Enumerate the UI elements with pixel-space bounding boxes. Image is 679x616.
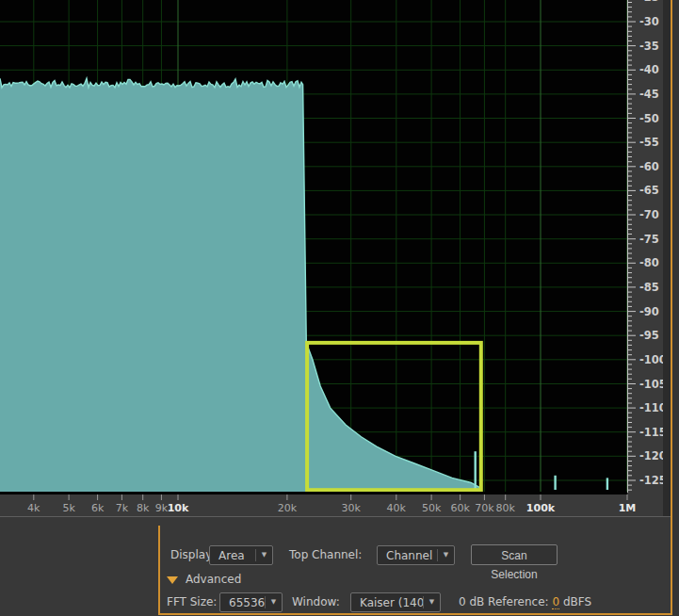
window-select[interactable]: Kaiser (140 dB) ▼ bbox=[350, 592, 441, 612]
db-ruler[interactable]: -25-30-35-40-45-50-55-60-65-70-75-80-85-… bbox=[627, 0, 663, 494]
svg-text:50k: 50k bbox=[422, 502, 442, 514]
svg-text:-115: -115 bbox=[639, 426, 663, 439]
display-select-value: Area bbox=[210, 549, 255, 562]
scan-selection-button[interactable]: Scan Selection bbox=[471, 544, 558, 565]
display-select[interactable]: Area ▼ bbox=[209, 545, 273, 565]
spectrum-spike bbox=[475, 451, 477, 490]
controls-row-advanced: Advanced bbox=[0, 572, 679, 587]
svg-text:-60: -60 bbox=[639, 160, 659, 173]
chevron-down-icon: ▼ bbox=[266, 593, 282, 611]
svg-text:-90: -90 bbox=[639, 305, 659, 318]
svg-text:-25: -25 bbox=[639, 0, 659, 4]
svg-text:-120: -120 bbox=[639, 449, 663, 462]
frequency-ruler-canvas: 4k5k6k7k8k9k10k20k30k40k50k60k70k80k100k… bbox=[0, 494, 663, 516]
svg-text:8k: 8k bbox=[137, 502, 150, 514]
db-reference-unit: dBFS bbox=[563, 595, 591, 608]
svg-text:60k: 60k bbox=[450, 502, 470, 514]
svg-text:-105: -105 bbox=[639, 378, 663, 391]
panel-focus-border-left bbox=[158, 526, 160, 614]
svg-text:100k: 100k bbox=[526, 502, 556, 514]
window-label: Window: bbox=[292, 592, 340, 612]
spectrum-spike bbox=[554, 476, 556, 490]
advanced-disclosure-triangle-icon[interactable] bbox=[167, 576, 178, 584]
svg-text:20k: 20k bbox=[278, 502, 298, 514]
svg-text:-55: -55 bbox=[639, 136, 659, 149]
svg-text:-100: -100 bbox=[639, 353, 663, 366]
svg-text:-35: -35 bbox=[639, 40, 659, 53]
svg-text:80k: 80k bbox=[496, 502, 516, 514]
svg-text:40k: 40k bbox=[387, 502, 407, 514]
db-reference-group: 0 dB Reference: 0 dBFS bbox=[459, 592, 591, 612]
chevron-down-icon: ▼ bbox=[438, 546, 454, 564]
svg-text:10k: 10k bbox=[168, 502, 189, 514]
spectrum-plot[interactable] bbox=[0, 0, 627, 494]
svg-text:30k: 30k bbox=[342, 502, 362, 514]
svg-text:-65: -65 bbox=[639, 184, 659, 197]
svg-text:-85: -85 bbox=[639, 281, 659, 294]
advanced-label[interactable]: Advanced bbox=[186, 572, 241, 587]
fft-size-label: FFT Size: bbox=[167, 592, 217, 612]
db-reference-value[interactable]: 0 bbox=[552, 595, 559, 609]
controls-row-2: FFT Size: 65536 ▼ Window: Kaiser (140 dB… bbox=[0, 592, 679, 612]
frequency-analysis-panel: -25-30-35-40-45-50-55-60-65-70-75-80-85-… bbox=[0, 0, 679, 616]
spectrum-area bbox=[0, 78, 480, 492]
spectrum-plot-canvas[interactable] bbox=[0, 0, 627, 492]
top-channel-select-value: Channel 1 bbox=[378, 549, 437, 562]
svg-text:-125: -125 bbox=[639, 474, 663, 487]
svg-text:70k: 70k bbox=[475, 502, 494, 514]
svg-text:-50: -50 bbox=[639, 112, 659, 125]
frequency-ruler[interactable]: 4k5k6k7k8k9k10k20k30k40k50k60k70k80k100k… bbox=[0, 494, 663, 516]
controls-row-1: Display: Area ▼ Top Channel: Channel 1 ▼… bbox=[0, 544, 679, 565]
spectrum-spike bbox=[606, 478, 608, 490]
svg-text:-40: -40 bbox=[639, 63, 659, 76]
svg-text:4k: 4k bbox=[27, 502, 40, 514]
db-reference-label: 0 dB Reference: bbox=[459, 595, 549, 608]
window-select-value: Kaiser (140 dB) bbox=[351, 596, 423, 609]
top-channel-label: Top Channel: bbox=[289, 544, 362, 565]
svg-text:1M: 1M bbox=[619, 502, 637, 514]
svg-text:-45: -45 bbox=[639, 88, 659, 101]
svg-text:7k: 7k bbox=[116, 502, 129, 514]
svg-text:6k: 6k bbox=[91, 502, 105, 514]
db-ruler-canvas: -25-30-35-40-45-50-55-60-65-70-75-80-85-… bbox=[627, 0, 663, 494]
chevron-down-icon: ▼ bbox=[424, 593, 440, 611]
svg-text:-70: -70 bbox=[639, 208, 659, 221]
fft-size-select[interactable]: 65536 ▼ bbox=[219, 592, 283, 612]
fft-size-select-value: 65536 bbox=[220, 596, 265, 609]
panel-focus-border-bottom bbox=[158, 613, 672, 615]
svg-text:-30: -30 bbox=[639, 15, 659, 28]
svg-text:-95: -95 bbox=[639, 329, 659, 342]
svg-text:5k: 5k bbox=[62, 502, 75, 514]
top-channel-select[interactable]: Channel 1 ▼ bbox=[377, 545, 455, 565]
svg-text:-110: -110 bbox=[639, 401, 663, 414]
svg-text:-80: -80 bbox=[639, 256, 659, 269]
svg-text:-75: -75 bbox=[639, 233, 659, 246]
app-background-edge bbox=[672, 0, 679, 616]
chevron-down-icon: ▼ bbox=[256, 546, 272, 564]
svg-text:9k: 9k bbox=[155, 502, 169, 514]
controls-panel: Display: Area ▼ Top Channel: Channel 1 ▼… bbox=[0, 517, 679, 616]
